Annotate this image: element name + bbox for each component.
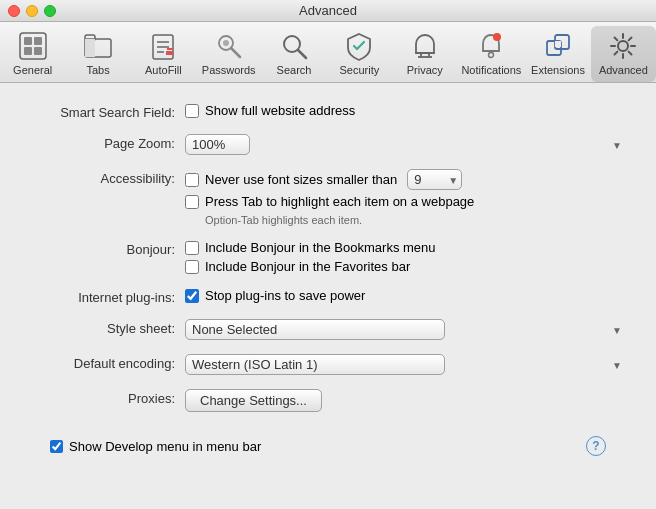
toolbar-item-notifications[interactable]: Notifications: [457, 26, 525, 82]
svg-line-35: [629, 38, 632, 41]
stylesheet-control: None Selected ▼: [185, 319, 626, 340]
svg-point-15: [223, 40, 229, 46]
develop-menu-row: Show Develop menu in menu bar: [50, 439, 261, 454]
help-button[interactable]: ?: [586, 436, 606, 456]
bottom-row: Show Develop menu in menu bar ?: [30, 426, 626, 456]
encoding-select-wrap: Western (ISO Latin 1) UTF-8 UTF-16 ▼: [185, 354, 626, 375]
toolbar-item-general[interactable]: General: [0, 26, 65, 82]
page-zoom-select-wrap: 75% 85% 100% 115% 125% 150% 175% 200% ▼: [185, 134, 626, 155]
internet-plugins-label: Internet plug-ins:: [30, 288, 185, 305]
passwords-icon: [213, 30, 245, 62]
never-font-checkbox[interactable]: [185, 173, 199, 187]
general-label: General: [13, 64, 52, 76]
encoding-row: Default encoding: Western (ISO Latin 1) …: [30, 354, 626, 375]
smart-search-field-row: Smart Search Field: Show full website ad…: [30, 103, 626, 120]
smart-search-checkbox-row: Show full website address: [185, 103, 626, 118]
stop-plugins-row: Stop plug-ins to save power: [185, 288, 626, 303]
bonjour-favorites-label: Include Bonjour in the Favorites bar: [205, 259, 410, 274]
proxies-row: Proxies: Change Settings...: [30, 389, 626, 412]
proxies-control: Change Settings...: [185, 389, 626, 412]
close-button[interactable]: [8, 5, 20, 17]
bonjour-label: Bonjour:: [30, 240, 185, 257]
press-tab-label: Press Tab to highlight each item on a we…: [205, 194, 474, 209]
passwords-label: Passwords: [202, 64, 256, 76]
bonjour-bookmarks-row: Include Bonjour in the Bookmarks menu: [185, 240, 626, 255]
search-icon: [278, 30, 310, 62]
page-zoom-arrow-icon: ▼: [612, 139, 622, 150]
content-area: Smart Search Field: Show full website ad…: [0, 83, 656, 509]
smart-search-checkbox-label: Show full website address: [205, 103, 355, 118]
never-font-label: Never use font sizes smaller than: [205, 172, 397, 187]
page-zoom-select[interactable]: 75% 85% 100% 115% 125% 150% 175% 200%: [185, 134, 250, 155]
general-icon: [17, 30, 49, 62]
maximize-button[interactable]: [44, 5, 56, 17]
stop-plugins-checkbox[interactable]: [185, 289, 199, 303]
autofill-icon: [147, 30, 179, 62]
svg-rect-3: [24, 47, 32, 55]
toolbar-item-passwords[interactable]: Passwords: [196, 26, 261, 82]
stylesheet-row: Style sheet: None Selected ▼: [30, 319, 626, 340]
stylesheet-arrow-icon: ▼: [612, 324, 622, 335]
titlebar: Advanced: [0, 0, 656, 22]
stylesheet-label: Style sheet:: [30, 319, 185, 336]
svg-point-28: [618, 41, 628, 51]
svg-line-34: [629, 52, 632, 55]
develop-menu-checkbox[interactable]: [50, 440, 63, 453]
svg-rect-2: [34, 37, 42, 45]
toolbar-item-search[interactable]: Search: [261, 26, 326, 82]
toolbar-item-privacy[interactable]: Privacy: [392, 26, 457, 82]
font-size-select-wrap: 9 10 11 12 13 ▼: [407, 169, 462, 190]
svg-rect-4: [34, 47, 42, 55]
page-zoom-label: Page Zoom:: [30, 134, 185, 151]
encoding-select[interactable]: Western (ISO Latin 1) UTF-8 UTF-16: [185, 354, 445, 375]
bonjour-bookmarks-checkbox[interactable]: [185, 241, 199, 255]
extensions-icon: [542, 30, 574, 62]
page-zoom-row: Page Zoom: 75% 85% 100% 115% 125% 150% 1…: [30, 134, 626, 155]
bonjour-row: Bonjour: Include Bonjour in the Bookmark…: [30, 240, 626, 274]
encoding-control: Western (ISO Latin 1) UTF-8 UTF-16 ▼: [185, 354, 626, 375]
svg-rect-1: [24, 37, 32, 45]
toolbar: General Tabs AutoFill: [0, 22, 656, 83]
proxies-label: Proxies:: [30, 389, 185, 406]
security-label: Security: [340, 64, 380, 76]
never-font-row: Never use font sizes smaller than 9 10 1…: [185, 169, 626, 190]
stylesheet-select[interactable]: None Selected: [185, 319, 445, 340]
notifications-label: Notifications: [461, 64, 521, 76]
svg-point-23: [489, 53, 494, 58]
font-size-select[interactable]: 9 10 11 12 13: [407, 169, 462, 190]
encoding-arrow-icon: ▼: [612, 359, 622, 370]
smart-search-checkbox[interactable]: [185, 104, 199, 118]
change-settings-button[interactable]: Change Settings...: [185, 389, 322, 412]
minimize-button[interactable]: [26, 5, 38, 17]
svg-line-33: [615, 38, 618, 41]
press-tab-checkbox[interactable]: [185, 195, 199, 209]
notifications-icon: [475, 30, 507, 62]
page-zoom-control: 75% 85% 100% 115% 125% 150% 175% 200% ▼: [185, 134, 626, 155]
privacy-label: Privacy: [407, 64, 443, 76]
stylesheet-select-wrap: None Selected ▼: [185, 319, 626, 340]
stop-plugins-label: Stop plug-ins to save power: [205, 288, 365, 303]
svg-point-24: [493, 33, 501, 41]
encoding-label: Default encoding:: [30, 354, 185, 371]
bonjour-control: Include Bonjour in the Bookmarks menu In…: [185, 240, 626, 274]
svg-rect-7: [85, 39, 95, 57]
accessibility-label: Accessibility:: [30, 169, 185, 186]
svg-rect-27: [555, 41, 561, 47]
smart-search-control: Show full website address: [185, 103, 626, 118]
security-icon: [343, 30, 375, 62]
tabs-label: Tabs: [86, 64, 109, 76]
develop-menu-label: Show Develop menu in menu bar: [69, 439, 261, 454]
bonjour-bookmarks-label: Include Bonjour in the Bookmarks menu: [205, 240, 436, 255]
toolbar-item-autofill[interactable]: AutoFill: [131, 26, 196, 82]
toolbar-item-tabs[interactable]: Tabs: [65, 26, 130, 82]
accessibility-row: Accessibility: Never use font sizes smal…: [30, 169, 626, 226]
autofill-label: AutoFill: [145, 64, 182, 76]
advanced-label: Advanced: [599, 64, 648, 76]
toolbar-item-advanced[interactable]: Advanced: [591, 26, 656, 82]
extensions-label: Extensions: [531, 64, 585, 76]
search-label: Search: [277, 64, 312, 76]
svg-rect-0: [20, 33, 46, 59]
bonjour-favorites-checkbox[interactable]: [185, 260, 199, 274]
toolbar-item-extensions[interactable]: Extensions: [525, 26, 590, 82]
toolbar-item-security[interactable]: Security: [327, 26, 392, 82]
